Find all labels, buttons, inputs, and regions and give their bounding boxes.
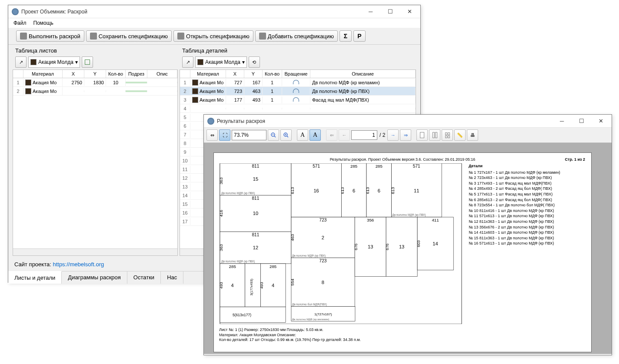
parts-tool-1[interactable]: ↗ (182, 56, 193, 68)
view-double-button[interactable] (429, 129, 440, 141)
close-button[interactable]: ✕ (400, 6, 419, 18)
table-row[interactable]: 3Акация Мо1774931Фасад ящ мал МДФ(ПВХ) (180, 96, 416, 104)
detail-line: № 10 811x416 - 1 шт Дв полотно МДФ (кр П… (469, 208, 586, 214)
svg-text:14: 14 (433, 241, 438, 246)
last-page-button[interactable]: ⇒ (400, 129, 411, 141)
sheets-tool-1[interactable]: ↗ (15, 56, 27, 68)
svg-text:571: 571 (413, 164, 420, 169)
svg-text:676: 676 (354, 244, 358, 251)
svg-text:811: 811 (252, 164, 259, 169)
detail-line: № 14 411x603 - 1 шт Дв полотно МДФ (кр П… (469, 230, 586, 235)
svg-text:285: 285 (376, 164, 383, 169)
svg-text:13: 13 (368, 244, 373, 249)
zoom-in-button[interactable] (280, 129, 292, 141)
save-icon (90, 33, 97, 40)
sigma-button[interactable]: Σ (339, 30, 352, 42)
view-single-button[interactable] (416, 129, 428, 141)
execute-icon (20, 33, 27, 40)
app-icon (207, 118, 214, 125)
svg-text:285: 285 (229, 264, 236, 269)
page-number: Стр. 1 из 2 (565, 157, 585, 162)
svg-text:613: 613 (390, 187, 395, 194)
text-a-button[interactable]: A (297, 129, 308, 141)
detail-line: № 2 723x463 - 1 шт Дв полотно МДФ (кр ПВ… (469, 175, 586, 181)
svg-text:3(177x493): 3(177x493) (250, 278, 253, 295)
first-page-button[interactable]: ⇐ (326, 129, 337, 141)
svg-text:Дв полотно МДФ (кр ПВХ): Дв полотно МДФ (кр ПВХ) (221, 260, 255, 263)
svg-text:6: 6 (378, 188, 380, 193)
svg-text:411: 411 (432, 218, 439, 222)
page-input[interactable] (351, 130, 377, 140)
tab-settings[interactable]: Нас (161, 271, 183, 284)
fit-page-button[interactable]: ⛶ (219, 129, 230, 141)
tab-diagrams[interactable]: Диаграммы раскроя (62, 271, 127, 284)
text-a2-button[interactable]: A (310, 129, 321, 141)
view-grid-button[interactable] (442, 129, 453, 141)
minimize-button[interactable]: ─ (552, 115, 572, 127)
table-row[interactable]: 2Акация Мо7234631Дв полотно МДФ (кр ПВХ) (180, 87, 416, 96)
sheets-material-combo[interactable]: Акация Молда ▾ (28, 56, 80, 68)
svg-text:11: 11 (414, 188, 419, 193)
execute-button[interactable]: Выполнить раскрой (16, 30, 84, 42)
maximize-button[interactable]: ☐ (380, 6, 400, 18)
results-toolbar: ⇔ ⛶ A A ⇐ ← / 2 → ⇒ 📏 🖶 (204, 128, 612, 143)
parts-material-combo[interactable]: Акация Молда ▾ (195, 56, 247, 68)
site-link[interactable]: https://mebelsoft.org (53, 261, 104, 268)
tab-remains[interactable]: Остатки (127, 271, 161, 284)
zoom-combo[interactable] (232, 130, 266, 140)
menu-file[interactable]: Файл (10, 19, 30, 27)
zoom-out-button[interactable] (268, 129, 279, 141)
table-row[interactable]: 2Акация Мо (13, 87, 177, 96)
svg-text:4: 4 (272, 283, 274, 288)
sheets-grid[interactable]: Материал X Y Кол-во Подрез Опис 1Акация … (13, 69, 178, 256)
detail-line: № 1 727x167 - 1 шт Дв полотно МДФ (кр ме… (469, 170, 586, 175)
save-spec-button[interactable]: Сохранить спецификацию (86, 30, 172, 42)
svg-text:723: 723 (319, 258, 327, 263)
parts-rotate-tool[interactable]: ⟲ (249, 56, 260, 68)
add-icon (259, 33, 266, 40)
window-title: Проект Объемник: Раскрой (21, 9, 361, 15)
p-button[interactable]: P (353, 30, 366, 42)
prev-page-button[interactable]: ← (339, 129, 350, 141)
nesting-diagram: text{font-family:sans-serif;} 811 363 15… (219, 163, 463, 343)
svg-text:363: 363 (219, 244, 223, 251)
table-row[interactable]: 1Акация Мо7271671Дв полотно МДФ (кр мела… (180, 78, 416, 87)
table-row[interactable]: 1Акация Мо2750183010 (13, 78, 177, 87)
open-spec-button[interactable]: Открыть спецификацию (173, 30, 253, 42)
detail-line: № 16 571x613 - 1 шт Дв полотно МДФ (кр П… (469, 241, 586, 246)
tab-sheets-parts[interactable]: Листы и детали (8, 271, 62, 284)
results-viewport[interactable]: Результаты раскроя. Проект Объемник верс… (204, 143, 612, 354)
svg-text:613: 613 (290, 187, 295, 194)
print-button[interactable]: 🖶 (467, 129, 478, 141)
scrollbar-h[interactable] (13, 248, 177, 255)
svg-text:12: 12 (253, 245, 258, 250)
result-page: Результаты раскроя. Проект Объемник верс… (213, 152, 592, 352)
ruler-button[interactable]: 📏 (454, 129, 466, 141)
svg-text:285: 285 (350, 164, 357, 169)
parts-title: Таблица деталей (180, 46, 416, 55)
sheets-panel: Таблица листов ↗ Акация Молда ▾ Материал… (13, 46, 178, 256)
close-button[interactable]: ✕ (591, 115, 611, 127)
sheet-info: Лист №: 1 (1) Размер: 2750x1830 мм Площа… (219, 328, 463, 343)
app-icon (12, 8, 19, 15)
svg-line-4 (287, 136, 288, 137)
fit-width-button[interactable]: ⇔ (206, 129, 218, 141)
detail-line: № 8 723x554 - 1 шт Дв полотно бол МДФ( П… (469, 202, 586, 208)
svg-text:571: 571 (313, 164, 320, 169)
svg-text:613: 613 (366, 187, 370, 194)
details-list: Детали № 1 727x167 - 1 шт Дв полотно МДФ… (469, 163, 586, 343)
add-spec-button[interactable]: Добавить спецификацию (255, 30, 338, 42)
open-icon (177, 33, 184, 40)
svg-text:Дв полотно МДФ (кр меламин): Дв полотно МДФ (кр меламин) (292, 318, 329, 321)
maximize-button[interactable]: ☐ (572, 115, 591, 127)
svg-text:1(727x167): 1(727x167) (314, 312, 332, 316)
menu-help[interactable]: Помощь (30, 19, 57, 27)
minimize-button[interactable]: ─ (361, 6, 380, 18)
detail-line: № 13 356x676 - 2 шт Дв полотно МДФ (кр П… (469, 225, 586, 230)
svg-text:16: 16 (313, 188, 319, 193)
sheets-tool-2[interactable] (82, 56, 93, 68)
material-swatch (197, 59, 203, 65)
next-page-button[interactable]: → (387, 129, 399, 141)
results-titlebar: Результаты раскроя ─ ☐ ✕ (204, 115, 612, 128)
table-row[interactable]: 4 (180, 104, 416, 113)
